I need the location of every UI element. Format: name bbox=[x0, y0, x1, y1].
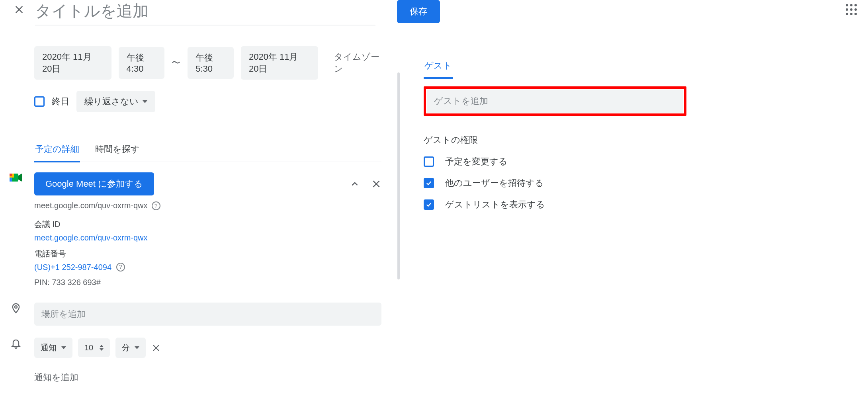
perm-invite-label: 他のユーザーを招待する bbox=[445, 177, 544, 189]
all-day-checkbox[interactable] bbox=[34, 96, 45, 107]
location-icon bbox=[8, 303, 24, 326]
save-button[interactable]: 保存 bbox=[397, 0, 440, 23]
repeat-select-label: 繰り返さない bbox=[84, 96, 139, 107]
google-apps-icon[interactable] bbox=[844, 2, 858, 17]
chevron-down-icon bbox=[135, 346, 139, 349]
meeting-id-label: 会議 ID bbox=[34, 217, 381, 231]
meet-url-text: meet.google.com/quv-oxrm-qwx bbox=[34, 201, 148, 210]
timezone-link[interactable]: タイムゾーン bbox=[334, 51, 381, 75]
pin-text: PIN: 733 326 693# bbox=[34, 275, 381, 289]
svg-point-4 bbox=[15, 306, 17, 308]
start-date-chip[interactable]: 2020年 11月 20日 bbox=[34, 46, 111, 80]
join-meet-button[interactable]: Google Meet に参加する bbox=[34, 172, 154, 195]
phone-help-icon[interactable]: ? bbox=[116, 263, 125, 272]
perm-invite-checkbox[interactable] bbox=[424, 178, 434, 188]
add-guests-input[interactable] bbox=[427, 90, 683, 113]
tab-find-time[interactable]: 時間を探す bbox=[94, 143, 141, 162]
location-input[interactable] bbox=[34, 303, 381, 326]
perm-see-label: ゲストリストを表示する bbox=[445, 199, 545, 211]
stepper-icon bbox=[100, 345, 104, 351]
remove-notification-button[interactable] bbox=[151, 343, 161, 353]
notification-type-label: 通知 bbox=[41, 342, 57, 353]
repeat-select[interactable]: 繰り返さない bbox=[76, 91, 155, 112]
chevron-down-icon bbox=[61, 346, 66, 349]
google-meet-icon bbox=[8, 172, 24, 289]
help-icon[interactable]: ? bbox=[152, 201, 160, 210]
notification-type-select[interactable]: 通知 bbox=[34, 338, 72, 358]
svg-rect-3 bbox=[10, 174, 12, 176]
perm-see-checkbox[interactable] bbox=[424, 199, 434, 210]
add-guests-highlight bbox=[424, 86, 686, 116]
perm-modify-checkbox[interactable] bbox=[424, 156, 434, 167]
guest-permissions-title: ゲストの権限 bbox=[424, 134, 686, 146]
collapse-meet-icon[interactable] bbox=[350, 179, 360, 189]
notification-unit-label: 分 bbox=[122, 342, 130, 353]
time-separator: 〜 bbox=[172, 57, 180, 69]
notification-value: 10 bbox=[84, 343, 93, 352]
close-button[interactable] bbox=[12, 2, 26, 17]
tab-event-details[interactable]: 予定の詳細 bbox=[34, 143, 80, 162]
add-notification-link[interactable]: 通知を追加 bbox=[34, 371, 381, 383]
notification-value-stepper[interactable]: 10 bbox=[78, 338, 110, 357]
perm-modify-label: 予定を変更する bbox=[445, 156, 508, 168]
meeting-id-link[interactable]: meet.google.com/quv-oxrm-qwx bbox=[34, 231, 381, 244]
svg-rect-2 bbox=[10, 178, 12, 182]
end-time-chip[interactable]: 午後5:30 bbox=[188, 47, 234, 79]
end-date-chip[interactable]: 2020年 11月 20日 bbox=[241, 46, 318, 80]
start-time-chip[interactable]: 午後4:30 bbox=[119, 47, 165, 79]
phone-number-label: 電話番号 bbox=[34, 247, 381, 260]
scrollbar[interactable] bbox=[397, 72, 400, 279]
notification-icon bbox=[8, 338, 24, 383]
chevron-down-icon bbox=[143, 100, 147, 103]
phone-number-link[interactable]: (US)+1 252-987-4094 bbox=[34, 260, 111, 274]
tab-guests[interactable]: ゲスト bbox=[424, 60, 453, 79]
remove-meet-icon[interactable] bbox=[371, 179, 381, 189]
notification-unit-select[interactable]: 分 bbox=[115, 338, 146, 358]
event-title-input[interactable] bbox=[35, 0, 375, 25]
all-day-label: 終日 bbox=[52, 96, 69, 107]
